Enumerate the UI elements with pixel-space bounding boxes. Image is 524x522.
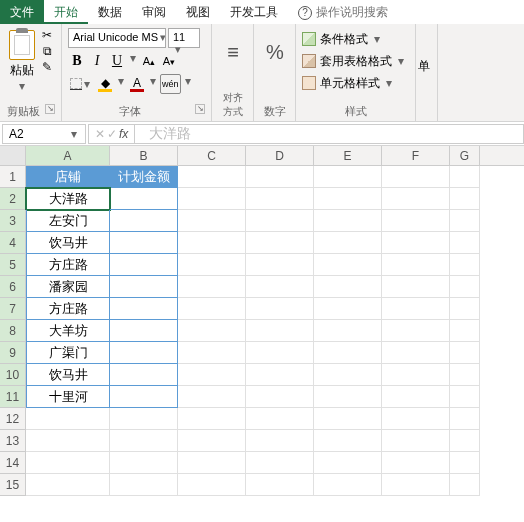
cell[interactable] — [382, 254, 450, 276]
row-head[interactable]: 14 — [0, 452, 26, 474]
cell[interactable] — [314, 188, 382, 210]
cell[interactable] — [450, 342, 480, 364]
row-head[interactable]: 10 — [0, 364, 26, 386]
cell[interactable]: 十里河 — [26, 386, 110, 408]
dialog-launcher-icon[interactable]: ↘ — [45, 104, 55, 114]
cell[interactable] — [314, 210, 382, 232]
cell[interactable] — [178, 254, 246, 276]
cell[interactable] — [450, 320, 480, 342]
cell[interactable] — [178, 342, 246, 364]
row-head[interactable]: 9 — [0, 342, 26, 364]
cell[interactable] — [314, 452, 382, 474]
cell[interactable] — [382, 276, 450, 298]
cell[interactable] — [246, 276, 314, 298]
row-head[interactable]: 12 — [0, 408, 26, 430]
cell[interactable] — [314, 276, 382, 298]
cell[interactable] — [382, 320, 450, 342]
cell[interactable] — [246, 210, 314, 232]
cell[interactable] — [450, 474, 480, 496]
cell[interactable] — [110, 320, 178, 342]
row-head[interactable]: 4 — [0, 232, 26, 254]
cell[interactable] — [26, 430, 110, 452]
col-head[interactable]: C — [178, 146, 246, 165]
col-head[interactable]: D — [246, 146, 314, 165]
border-button[interactable]: ▾ — [68, 74, 94, 94]
italic-button[interactable]: I — [88, 51, 106, 71]
cell[interactable] — [110, 298, 178, 320]
cell[interactable] — [178, 452, 246, 474]
cell[interactable] — [178, 364, 246, 386]
select-all-corner[interactable] — [0, 146, 26, 165]
cell[interactable]: 左安门 — [26, 210, 110, 232]
cell[interactable] — [246, 254, 314, 276]
cell[interactable] — [246, 364, 314, 386]
decrease-font-button[interactable]: A▾ — [160, 51, 178, 71]
cell[interactable] — [382, 298, 450, 320]
cell[interactable] — [314, 342, 382, 364]
row-head[interactable]: 3 — [0, 210, 26, 232]
row-head[interactable]: 15 — [0, 474, 26, 496]
row-head[interactable]: 11 — [0, 386, 26, 408]
name-box[interactable]: A2▾ — [2, 124, 86, 144]
cell[interactable] — [178, 166, 246, 188]
conditional-format-button[interactable]: 条件格式▾ — [302, 29, 409, 49]
cell[interactable]: 潘家园 — [26, 276, 110, 298]
row-head[interactable]: 6 — [0, 276, 26, 298]
cell[interactable] — [110, 276, 178, 298]
phonetic-button[interactable]: wén — [160, 74, 181, 94]
row-head[interactable]: 5 — [0, 254, 26, 276]
row-head[interactable]: 1 — [0, 166, 26, 188]
cell[interactable] — [110, 364, 178, 386]
row-head[interactable]: 7 — [0, 298, 26, 320]
spreadsheet-grid[interactable]: A B C D E F G 1 店铺 计划金额 2 大洋路 3 左安门 — [0, 146, 524, 496]
cell[interactable] — [314, 232, 382, 254]
cell[interactable]: 饮马井 — [26, 232, 110, 254]
tab-dev[interactable]: 开发工具 — [220, 0, 288, 24]
cell[interactable]: 方庄路 — [26, 298, 110, 320]
cut-button[interactable]: ✂ — [39, 28, 55, 42]
cell[interactable]: 广渠门 — [26, 342, 110, 364]
cell[interactable] — [178, 188, 246, 210]
dialog-launcher-icon[interactable]: ↘ — [195, 104, 205, 114]
cell[interactable] — [26, 408, 110, 430]
align-button[interactable]: ≡ — [218, 32, 248, 72]
cell[interactable] — [246, 342, 314, 364]
cell[interactable] — [450, 232, 480, 254]
cell[interactable] — [246, 166, 314, 188]
tab-home[interactable]: 开始 — [44, 0, 88, 24]
cell[interactable] — [110, 342, 178, 364]
cell[interactable] — [450, 364, 480, 386]
cell[interactable] — [246, 298, 314, 320]
underline-button[interactable]: U — [108, 51, 126, 71]
cell[interactable] — [382, 430, 450, 452]
cell[interactable] — [178, 210, 246, 232]
cell[interactable] — [314, 408, 382, 430]
cell[interactable] — [110, 188, 178, 210]
copy-button[interactable]: ⧉ — [39, 44, 55, 58]
paste-button[interactable]: 粘贴 ▾ — [6, 28, 37, 93]
cell[interactable] — [450, 276, 480, 298]
cell[interactable] — [246, 232, 314, 254]
cell[interactable]: 方庄路 — [26, 254, 110, 276]
cell[interactable] — [178, 408, 246, 430]
cell[interactable] — [314, 254, 382, 276]
cell[interactable] — [382, 386, 450, 408]
cell[interactable] — [110, 452, 178, 474]
font-name-combo[interactable]: Arial Unicode MS▾ — [68, 28, 166, 48]
col-head[interactable]: G — [450, 146, 480, 165]
tab-file[interactable]: 文件 — [0, 0, 44, 24]
row-head[interactable]: 2 — [0, 188, 26, 210]
cell[interactable] — [382, 474, 450, 496]
fx-button[interactable]: fx — [119, 127, 128, 141]
cell[interactable] — [178, 298, 246, 320]
cell[interactable] — [450, 430, 480, 452]
col-head[interactable]: F — [382, 146, 450, 165]
cell[interactable] — [314, 474, 382, 496]
cell[interactable] — [246, 474, 314, 496]
tab-review[interactable]: 审阅 — [132, 0, 176, 24]
format-painter-button[interactable]: ✎ — [39, 60, 55, 74]
cell[interactable] — [178, 430, 246, 452]
cell[interactable] — [314, 166, 382, 188]
cell[interactable] — [246, 188, 314, 210]
bold-button[interactable]: B — [68, 51, 86, 71]
